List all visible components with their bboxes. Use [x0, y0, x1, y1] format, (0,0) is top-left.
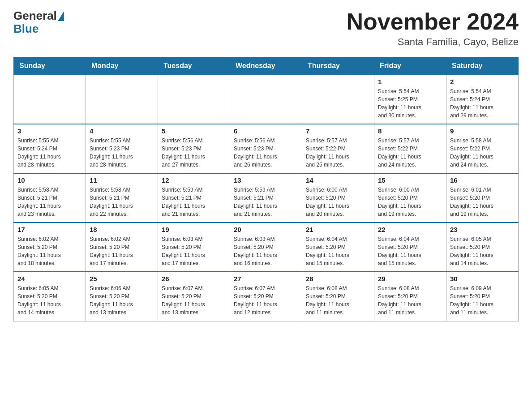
day-number: 6	[234, 127, 298, 135]
day-info: Sunrise: 5:54 AMSunset: 5:25 PMDaylight:…	[378, 87, 442, 120]
calendar-cell: 12Sunrise: 5:59 AMSunset: 5:21 PMDayligh…	[158, 173, 230, 223]
day-number: 3	[17, 127, 82, 135]
calendar-cell: 4Sunrise: 5:55 AMSunset: 5:23 PMDaylight…	[86, 124, 158, 173]
day-number: 16	[450, 176, 515, 184]
day-info: Sunrise: 5:55 AMSunset: 5:23 PMDaylight:…	[90, 137, 154, 169]
calendar-week-2: 3Sunrise: 5:55 AMSunset: 5:24 PMDaylight…	[14, 124, 519, 173]
header-wednesday: Wednesday	[230, 57, 302, 75]
calendar-week-3: 10Sunrise: 5:58 AMSunset: 5:21 PMDayligh…	[14, 173, 519, 223]
day-number: 15	[378, 176, 442, 184]
calendar-cell: 11Sunrise: 5:58 AMSunset: 5:21 PMDayligh…	[86, 173, 158, 223]
calendar-cell: 26Sunrise: 6:07 AMSunset: 5:20 PMDayligh…	[158, 272, 230, 321]
calendar-cell: 2Sunrise: 5:54 AMSunset: 5:24 PMDaylight…	[446, 75, 519, 124]
day-number: 19	[162, 226, 226, 233]
month-year-title: November 2024	[347, 9, 519, 34]
day-info: Sunrise: 5:55 AMSunset: 5:24 PMDaylight:…	[17, 137, 82, 169]
day-number: 10	[17, 176, 82, 184]
day-number: 20	[234, 226, 298, 233]
day-info: Sunrise: 5:59 AMSunset: 5:21 PMDaylight:…	[234, 186, 298, 218]
calendar-cell: 10Sunrise: 5:58 AMSunset: 5:21 PMDayligh…	[14, 173, 86, 223]
header-thursday: Thursday	[302, 57, 374, 75]
day-info: Sunrise: 6:03 AMSunset: 5:20 PMDaylight:…	[234, 235, 298, 267]
day-number: 12	[162, 176, 226, 184]
calendar-cell: 15Sunrise: 6:00 AMSunset: 5:20 PMDayligh…	[374, 173, 446, 223]
day-number: 5	[162, 127, 226, 135]
calendar-header-row: SundayMondayTuesdayWednesdayThursdayFrid…	[14, 57, 519, 75]
day-number: 23	[450, 226, 515, 233]
calendar-week-5: 24Sunrise: 6:05 AMSunset: 5:20 PMDayligh…	[14, 272, 519, 321]
logo-blue-text: Blue	[13, 23, 39, 34]
day-number: 25	[90, 275, 154, 283]
day-number: 4	[90, 127, 154, 135]
calendar-cell: 25Sunrise: 6:06 AMSunset: 5:20 PMDayligh…	[86, 272, 158, 321]
day-number: 28	[306, 275, 370, 283]
calendar-cell: 7Sunrise: 5:57 AMSunset: 5:22 PMDaylight…	[302, 124, 374, 173]
day-info: Sunrise: 6:04 AMSunset: 5:20 PMDaylight:…	[378, 235, 442, 267]
calendar-cell: 24Sunrise: 6:05 AMSunset: 5:20 PMDayligh…	[14, 272, 86, 321]
logo-general-text: General	[13, 9, 57, 23]
day-number: 11	[90, 176, 154, 184]
day-number: 9	[450, 127, 515, 135]
day-number: 18	[90, 226, 154, 233]
calendar-cell: 28Sunrise: 6:08 AMSunset: 5:20 PMDayligh…	[302, 272, 374, 321]
calendar-week-1: 1Sunrise: 5:54 AMSunset: 5:25 PMDaylight…	[14, 75, 519, 124]
day-info: Sunrise: 6:02 AMSunset: 5:20 PMDaylight:…	[90, 235, 154, 267]
calendar-cell	[302, 75, 374, 124]
day-info: Sunrise: 5:58 AMSunset: 5:22 PMDaylight:…	[450, 137, 515, 169]
day-info: Sunrise: 6:00 AMSunset: 5:20 PMDaylight:…	[378, 186, 442, 218]
calendar-cell: 9Sunrise: 5:58 AMSunset: 5:22 PMDaylight…	[446, 124, 519, 173]
calendar-cell: 22Sunrise: 6:04 AMSunset: 5:20 PMDayligh…	[374, 223, 446, 272]
calendar-cell: 5Sunrise: 5:56 AMSunset: 5:23 PMDaylight…	[158, 124, 230, 173]
day-number: 8	[378, 127, 442, 135]
location-subtitle: Santa Familia, Cayo, Belize	[347, 36, 519, 48]
day-info: Sunrise: 5:59 AMSunset: 5:21 PMDaylight:…	[162, 186, 226, 218]
calendar-cell: 1Sunrise: 5:54 AMSunset: 5:25 PMDaylight…	[374, 75, 446, 124]
day-info: Sunrise: 5:58 AMSunset: 5:21 PMDaylight:…	[17, 186, 82, 218]
calendar-cell: 20Sunrise: 6:03 AMSunset: 5:20 PMDayligh…	[230, 223, 302, 272]
calendar-table: SundayMondayTuesdayWednesdayThursdayFrid…	[13, 57, 519, 321]
header-tuesday: Tuesday	[158, 57, 230, 75]
day-info: Sunrise: 5:58 AMSunset: 5:21 PMDaylight:…	[90, 186, 154, 218]
calendar-cell: 18Sunrise: 6:02 AMSunset: 5:20 PMDayligh…	[86, 223, 158, 272]
calendar-cell	[158, 75, 230, 124]
header-saturday: Saturday	[446, 57, 519, 75]
day-info: Sunrise: 6:05 AMSunset: 5:20 PMDaylight:…	[17, 284, 82, 317]
day-number: 13	[234, 176, 298, 184]
day-number: 1	[378, 78, 442, 86]
day-info: Sunrise: 6:08 AMSunset: 5:20 PMDaylight:…	[378, 284, 442, 317]
day-number: 26	[162, 275, 226, 283]
calendar-cell: 30Sunrise: 6:09 AMSunset: 5:20 PMDayligh…	[446, 272, 519, 321]
title-section: November 2024 Santa Familia, Cayo, Beliz…	[347, 9, 519, 48]
day-number: 27	[234, 275, 298, 283]
day-info: Sunrise: 5:56 AMSunset: 5:23 PMDaylight:…	[162, 137, 226, 169]
calendar-cell: 19Sunrise: 6:03 AMSunset: 5:20 PMDayligh…	[158, 223, 230, 272]
calendar-cell: 14Sunrise: 6:00 AMSunset: 5:20 PMDayligh…	[302, 173, 374, 223]
day-number: 2	[450, 78, 515, 86]
day-number: 24	[17, 275, 82, 283]
day-info: Sunrise: 6:01 AMSunset: 5:20 PMDaylight:…	[450, 186, 515, 218]
day-number: 7	[306, 127, 370, 135]
calendar-cell: 3Sunrise: 5:55 AMSunset: 5:24 PMDaylight…	[14, 124, 86, 173]
header-sunday: Sunday	[14, 57, 86, 75]
calendar-week-4: 17Sunrise: 6:02 AMSunset: 5:20 PMDayligh…	[14, 223, 519, 272]
logo: General Blue	[13, 9, 64, 34]
header-monday: Monday	[86, 57, 158, 75]
calendar-cell: 16Sunrise: 6:01 AMSunset: 5:20 PMDayligh…	[446, 173, 519, 223]
calendar-cell	[230, 75, 302, 124]
calendar-cell: 6Sunrise: 5:56 AMSunset: 5:23 PMDaylight…	[230, 124, 302, 173]
calendar-cell: 8Sunrise: 5:57 AMSunset: 5:22 PMDaylight…	[374, 124, 446, 173]
day-info: Sunrise: 6:07 AMSunset: 5:20 PMDaylight:…	[162, 284, 226, 317]
day-info: Sunrise: 6:05 AMSunset: 5:20 PMDaylight:…	[450, 235, 515, 267]
day-info: Sunrise: 5:57 AMSunset: 5:22 PMDaylight:…	[378, 137, 442, 169]
calendar-cell: 13Sunrise: 5:59 AMSunset: 5:21 PMDayligh…	[230, 173, 302, 223]
day-info: Sunrise: 5:54 AMSunset: 5:24 PMDaylight:…	[450, 87, 515, 120]
calendar-cell: 29Sunrise: 6:08 AMSunset: 5:20 PMDayligh…	[374, 272, 446, 321]
day-info: Sunrise: 6:09 AMSunset: 5:20 PMDaylight:…	[450, 284, 515, 317]
calendar-cell: 27Sunrise: 6:07 AMSunset: 5:20 PMDayligh…	[230, 272, 302, 321]
day-info: Sunrise: 6:00 AMSunset: 5:20 PMDaylight:…	[306, 186, 370, 218]
day-info: Sunrise: 6:06 AMSunset: 5:20 PMDaylight:…	[90, 284, 154, 317]
day-info: Sunrise: 6:03 AMSunset: 5:20 PMDaylight:…	[162, 235, 226, 267]
page-header: General Blue November 2024 Santa Familia…	[13, 9, 519, 48]
day-info: Sunrise: 6:07 AMSunset: 5:20 PMDaylight:…	[234, 284, 298, 317]
day-info: Sunrise: 6:04 AMSunset: 5:20 PMDaylight:…	[306, 235, 370, 267]
